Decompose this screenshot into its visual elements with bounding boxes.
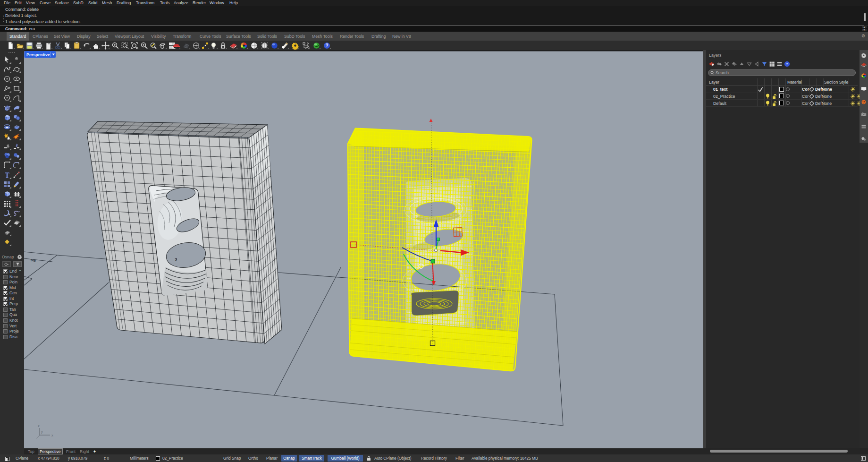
svg-text:x: x — [51, 433, 53, 437]
svg-text:z: z — [38, 424, 40, 428]
svg-text:y: y — [41, 429, 43, 434]
svg-text:TAB: TAB — [30, 259, 36, 262]
svg-text:?: ? — [786, 62, 788, 66]
svg-text:Perspective: Perspective — [26, 52, 50, 57]
svg-text:?: ? — [325, 43, 328, 48]
